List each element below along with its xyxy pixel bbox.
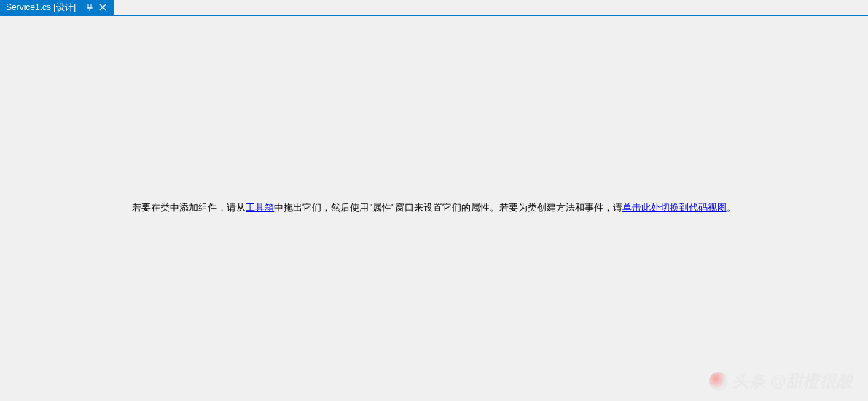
pin-icon[interactable]: [85, 2, 95, 12]
watermark-text2: @甜橙很酸: [770, 370, 853, 392]
instruction-part3: 。: [727, 202, 736, 213]
close-icon[interactable]: [98, 2, 108, 12]
svg-rect-0: [88, 4, 91, 8]
instruction-part1: 若要在类中添加组件，请从: [132, 202, 246, 213]
instruction-text: 若要在类中添加组件，请从工具箱中拖出它们，然后使用"属性"窗口来设置它们的属性。…: [132, 199, 735, 216]
watermark: 头条 @甜橙很酸: [709, 370, 853, 392]
instruction-part2: 中拖出它们，然后使用"属性"窗口来设置它们的属性。若要为类创建方法和事件，请: [274, 202, 622, 213]
watermark-logo-icon: [709, 372, 728, 391]
watermark-text1: 头条: [732, 370, 766, 392]
tab-bar: Service1.cs [设计]: [0, 0, 868, 16]
toolbox-link[interactable]: 工具箱: [246, 202, 274, 213]
tab-label: Service1.cs [设计]: [6, 1, 76, 14]
designer-surface[interactable]: 若要在类中添加组件，请从工具箱中拖出它们，然后使用"属性"窗口来设置它们的属性。…: [0, 16, 868, 400]
tab-service-designer[interactable]: Service1.cs [设计]: [0, 0, 114, 15]
code-view-link[interactable]: 单击此处切换到代码视图: [622, 202, 727, 213]
